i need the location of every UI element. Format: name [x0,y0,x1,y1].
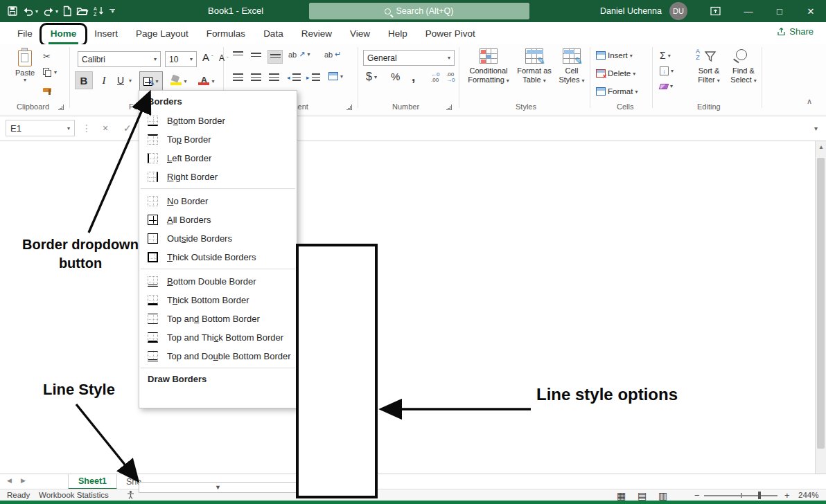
tab-insert[interactable]: Insert [85,25,127,44]
top-align-button[interactable] [233,51,243,57]
vertical-scroll-thumb[interactable] [817,158,825,449]
menu-item-bottom-double-border[interactable]: Bottom Double Border [139,272,297,291]
minimize-icon[interactable]: — [735,0,762,22]
workbook-statistics-button[interactable]: Workbook Statistics [39,491,109,499]
normal-view-icon[interactable]: ▦ [617,490,626,501]
font-size-select[interactable]: 10▾ [165,51,197,67]
menu-item-thick-bottom-border[interactable]: Thick Bottom Border [139,291,297,309]
fill-color-button[interactable]: ▾ [168,71,189,91]
menu-item-no-border[interactable]: No Border [139,192,297,210]
middle-align-button[interactable] [251,53,261,58]
previous-sheet-icon[interactable]: ◀ [7,477,12,484]
menu-item-draw-border[interactable] [139,389,297,408]
page-break-view-icon[interactable]: ▥ [658,490,667,501]
tab-file[interactable]: File [8,25,42,44]
center-button[interactable] [251,73,261,81]
format-cells-button[interactable]: Format▾ [596,87,638,96]
fill-color-dropdown-icon[interactable]: ▾ [184,78,186,84]
sort-az-icon[interactable]: AZ [93,6,105,17]
copy-icon[interactable]: ▾ [43,68,57,77]
menu-item-bottom-border[interactable]: Bottom Border [139,111,297,130]
search-box[interactable]: Search (Alt+Q) [309,3,529,19]
shrink-font-button[interactable]: Aˇ [219,53,229,63]
number-dialog-launcher-icon[interactable] [446,105,452,110]
user-name[interactable]: Daniel Uchenna [600,0,662,22]
avatar[interactable]: DU [669,2,687,20]
font-name-select[interactable]: Calibri▾ [78,51,161,67]
format-as-table-button[interactable]: ✎ Format as Table ▾ [514,48,554,98]
ribbon-display-options-icon[interactable] [701,0,729,22]
cut-icon[interactable]: ✂ [43,51,51,62]
comma-style-button[interactable]: , [412,69,415,84]
menu-item-thick-outside-borders[interactable]: Thick Outside Borders [139,248,297,267]
zoom-slider-thumb[interactable] [758,492,761,499]
zoom-out-icon[interactable]: − [694,490,700,501]
close-icon[interactable]: ✕ [797,0,825,22]
increase-indent-button[interactable]: ▸ [306,73,320,81]
collapse-ribbon-icon[interactable]: ∧ [807,97,812,106]
menu-item-left-border[interactable]: Left Border [139,149,297,168]
undo-icon[interactable]: ▾ [22,6,38,17]
insert-cells-button[interactable]: Insert▾ [596,51,633,60]
sheet-tab-sheet1[interactable]: Sheet1 [68,474,117,489]
tab-data[interactable]: Data [254,25,292,44]
align-right-button[interactable] [269,73,279,81]
vertical-scrollbar[interactable]: ▲ ▼ [815,141,826,483]
decrease-indent-button[interactable]: ◂ [287,73,301,81]
wrap-text-button[interactable]: ab↵ [324,50,341,59]
tab-view[interactable]: View [341,25,379,44]
accounting-format-button[interactable]: $▾ [366,71,377,83]
enter-icon[interactable]: ✓ [123,120,132,136]
conditional-formatting-button[interactable]: Conditional Formatting ▾ [467,48,510,98]
bold-button[interactable]: B [75,71,93,89]
autosum-button[interactable]: Σ▾ [660,50,671,61]
delete-cells-button[interactable]: ✕Delete▾ [596,69,635,78]
menu-item-top-border[interactable]: Top Border [139,130,297,149]
tab-review[interactable]: Review [292,25,341,44]
tab-formulas[interactable]: Formulas [197,25,254,44]
find-select-button[interactable]: Find & Select ▾ [728,48,759,98]
font-color-dropdown-icon[interactable]: ▾ [211,78,214,84]
alignment-dialog-launcher-icon[interactable] [346,105,352,110]
accessibility-icon[interactable] [126,490,135,501]
zoom-slider[interactable] [704,495,777,496]
clear-button[interactable]: ▾ [660,83,673,89]
scroll-up-icon[interactable]: ▲ [816,144,826,150]
sort-filter-button[interactable]: AZ Sort & Filter ▾ [693,48,725,98]
menu-item-outside-borders[interactable]: Outside Borders [139,229,297,248]
cell-styles-button[interactable]: ✎ Cell Styles ▾ [556,48,588,98]
menu-item-all-borders[interactable]: All Borders [139,210,297,229]
customize-quick-access-icon[interactable]: ▾ [109,9,115,13]
copy-dropdown-icon[interactable]: ▾ [54,69,57,75]
paste-button[interactable]: Paste ▾ [10,48,40,100]
save-icon[interactable] [7,6,18,17]
next-sheet-icon[interactable]: ▶ [21,477,26,484]
cancel-icon[interactable]: × [103,120,108,136]
maximize-icon[interactable]: □ [766,0,793,22]
menu-item-top-and-double-bottom-border[interactable]: Top and Double Bottom Border [139,347,297,366]
menu-scroll-down-icon[interactable]: ▼ [139,482,297,493]
tab-help[interactable]: Help [379,25,416,44]
paste-dropdown-icon[interactable]: ▾ [10,77,40,83]
redo-dropdown-icon[interactable]: ▾ [55,8,58,15]
italic-button[interactable]: I [97,71,111,89]
font-color-button[interactable]: A ▾ [196,71,217,91]
page-layout-view-icon[interactable]: ▤ [638,490,647,501]
bottom-align-button[interactable] [267,50,283,64]
percent-style-button[interactable]: % [391,71,400,82]
share-button[interactable]: Share [777,26,814,37]
merge-center-button[interactable]: ▾ [328,72,343,80]
borders-button[interactable]: ✎ ▾ [139,71,163,91]
orientation-button[interactable]: ab↗▾ [288,50,310,59]
format-painter-icon[interactable] [43,84,51,95]
redo-icon[interactable]: ▾ [42,6,58,17]
increase-decimal-button[interactable]: ←0.00 [431,72,439,83]
menu-item-top-and-bottom-border[interactable]: Top and Bottom Border [139,309,297,328]
tab-page-layout[interactable]: Page Layout [127,25,197,44]
borders-dropdown-icon[interactable]: ▾ [155,78,158,84]
zoom-in-icon[interactable]: + [784,490,790,501]
name-box[interactable]: E1▾ [6,120,75,136]
grow-font-button[interactable]: Aˆ [202,51,213,63]
expand-formula-bar-icon[interactable]: ▾ [814,120,818,136]
fill-button[interactable]: ↓▾ [660,66,674,75]
